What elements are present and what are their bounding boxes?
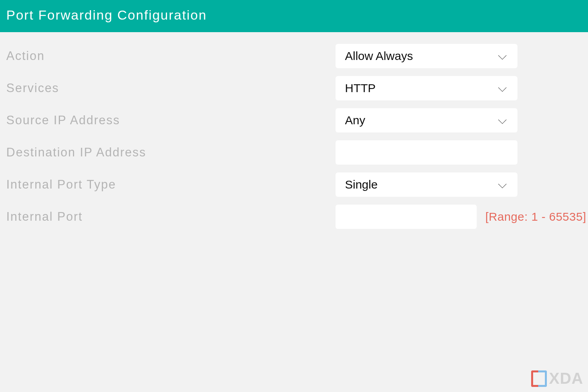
internal-port-type-select[interactable]: Single bbox=[336, 172, 517, 197]
internal-port-input[interactable] bbox=[336, 205, 477, 229]
label-services: Services bbox=[6, 81, 336, 95]
row-internal-port-type: Internal Port Type Single bbox=[6, 172, 517, 197]
label-dest-ip: Destination IP Address bbox=[6, 145, 336, 160]
dest-ip-input[interactable] bbox=[336, 140, 517, 165]
xda-logo-icon bbox=[531, 370, 547, 387]
services-select[interactable]: HTTP bbox=[336, 76, 517, 100]
page-title: Port Forwarding Configuration bbox=[6, 7, 207, 23]
row-services: Services HTTP bbox=[6, 76, 517, 100]
action-select[interactable]: Allow Always bbox=[336, 44, 517, 68]
row-source-ip: Source IP Address Any bbox=[6, 108, 517, 132]
chevron-down-icon bbox=[499, 181, 506, 188]
page-header: Port Forwarding Configuration bbox=[0, 0, 588, 32]
chevron-down-icon bbox=[499, 85, 506, 92]
label-source-ip: Source IP Address bbox=[6, 113, 336, 127]
watermark-text: XDA bbox=[549, 370, 583, 387]
config-form: Action Allow Always Services HTTP Source… bbox=[0, 32, 588, 229]
source-ip-select-value: Any bbox=[345, 114, 365, 127]
services-select-value: HTTP bbox=[345, 82, 376, 95]
chevron-down-icon bbox=[499, 53, 506, 60]
label-internal-port: Internal Port bbox=[6, 210, 336, 224]
chevron-down-icon bbox=[499, 117, 506, 124]
xda-watermark: XDA bbox=[531, 370, 583, 387]
row-internal-port: Internal Port [Range: 1 - 65535] bbox=[6, 205, 517, 229]
label-internal-port-type: Internal Port Type bbox=[6, 178, 336, 192]
row-dest-ip: Destination IP Address bbox=[6, 140, 517, 165]
label-action: Action bbox=[6, 49, 336, 63]
internal-port-range-hint: [Range: 1 - 65535] bbox=[485, 210, 586, 223]
action-select-value: Allow Always bbox=[345, 49, 413, 63]
row-action: Action Allow Always bbox=[6, 44, 517, 68]
source-ip-select[interactable]: Any bbox=[336, 108, 517, 132]
internal-port-type-value: Single bbox=[345, 178, 377, 191]
